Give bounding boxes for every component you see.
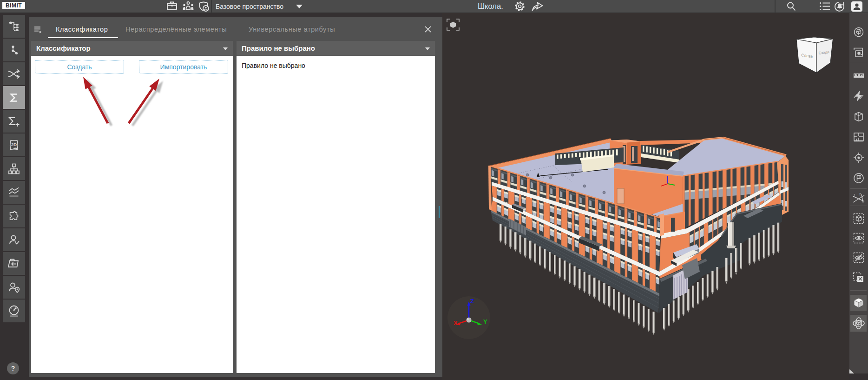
svg-text:Y: Y — [483, 318, 487, 325]
svg-text:2D: 2D — [11, 142, 17, 147]
svg-text:X: X — [454, 320, 458, 327]
svg-text:1: 1 — [854, 193, 855, 197]
svg-text:Z: Z — [470, 298, 474, 305]
svg-text:2: 2 — [859, 193, 861, 196]
